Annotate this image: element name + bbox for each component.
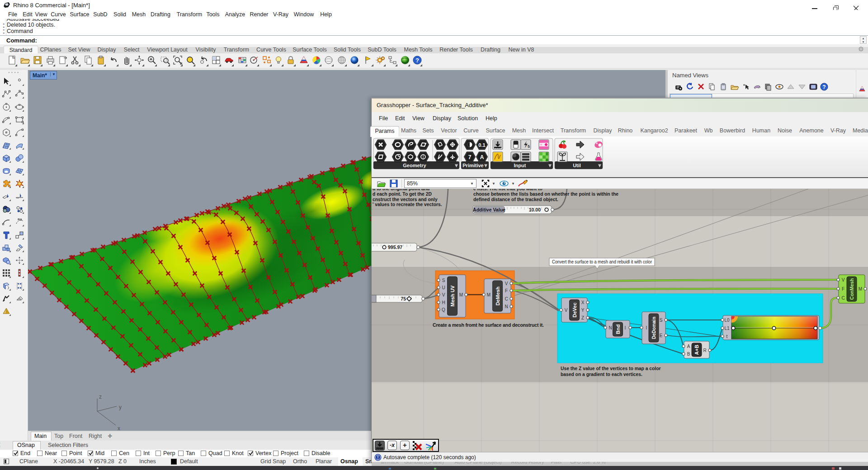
svg-text:DeMesh: DeMesh [495,287,500,306]
svg-text:S: S [442,278,445,283]
svg-text:Q: Q [442,307,445,312]
svg-text:ConMesh: ConMesh [849,278,854,300]
svg-text:Primitive: Primitive [462,163,483,168]
svg-text:N: N [609,325,612,330]
svg-text:defined distance of the tracke: defined distance of the tracked object. [473,197,558,202]
svg-text:Bnd: Bnd [615,324,621,334]
svg-text:choose between the lists based: choose between the lists based on whethe… [473,192,618,197]
svg-text:995.97: 995.97 [388,244,402,250]
svg-text:0.1: 0.1 [478,142,485,148]
svg-text:I: I [625,325,626,330]
svg-text:S: S [660,318,663,323]
svg-text:10.00: 10.00 [529,207,541,212]
svg-text:M: M [859,287,862,291]
svg-text:Mesh UV: Mesh UV [450,285,455,306]
svg-text:Geometry: Geometry [403,163,426,168]
svg-text:H: H [442,300,445,305]
svg-text:Use the Z value of the vertice: Use the Z value of the vertices to map a… [561,366,660,371]
svg-text:V: V [842,277,845,282]
svg-text:75: 75 [401,296,406,301]
svg-text:F: F [842,287,844,291]
svg-text:I: I [646,325,647,330]
svg-text:e lists. The list that you wan: e lists. The list that you want to [473,189,542,191]
svg-text:C: C [841,296,844,301]
svg-text:y: y [119,404,122,410]
svg-text:V: V [505,281,508,286]
svg-text:5: 5 [528,144,530,149]
svg-text:t: t [726,334,728,339]
svg-text:!: ! [377,455,378,460]
svg-text:Util: Util [573,163,581,168]
svg-text:DeDomain: DeDomain [651,317,656,339]
svg-text:E: E [660,333,663,338]
svg-text:V: V [565,308,568,313]
svg-text:R: R [703,348,706,353]
svg-text:L0: L0 [724,318,730,323]
svg-text:L1: L1 [724,326,730,331]
svg-text:B: B [687,352,690,357]
svg-text:x: x [118,425,120,431]
svg-text:d to the original point and: d to the original point and [373,189,429,191]
svg-text:cnstruct the vectors and only: cnstruct the vectors and only [373,197,438,202]
svg-text:7: 7 [468,154,472,160]
svg-text:A: A [480,154,484,160]
svg-text:X: X [581,300,585,305]
svg-text:Z: Z [581,315,584,320]
svg-text:A+B: A+B [694,345,699,355]
svg-text:' values to recreate the vecto: ' values to recreate the vectors. [373,202,442,207]
svg-text:V: V [442,292,445,297]
svg-text:M: M [487,292,491,297]
svg-text:N: N [505,304,508,309]
svg-text:d each point. To get the 2D: d each point. To get the 2D [373,192,432,197]
svg-text:?: ? [822,84,826,90]
svg-text:based on a gradient to each ve: based on a gradient to each vertices. [561,372,642,377]
svg-text:Create a mesh fromt he surfac: Create a mesh fromt he surface and decon… [433,322,544,328]
svg-text:U: U [442,285,445,290]
svg-text:Y: Y [581,308,585,313]
svg-text:Convert the surface to a mesh: Convert the surface to a mesh and rebuid… [552,259,652,264]
svg-text:z: z [99,394,102,400]
svg-text:M: M [459,292,463,297]
svg-text:Input: Input [514,163,526,168]
svg-text:Additive Value: Additive Value [473,207,505,212]
svg-text:?: ? [415,57,419,64]
svg-text:C: C [505,296,508,301]
svg-text:DeVec: DeVec [572,302,577,317]
svg-text:F: F [505,288,508,293]
svg-text:A: A [687,344,690,349]
